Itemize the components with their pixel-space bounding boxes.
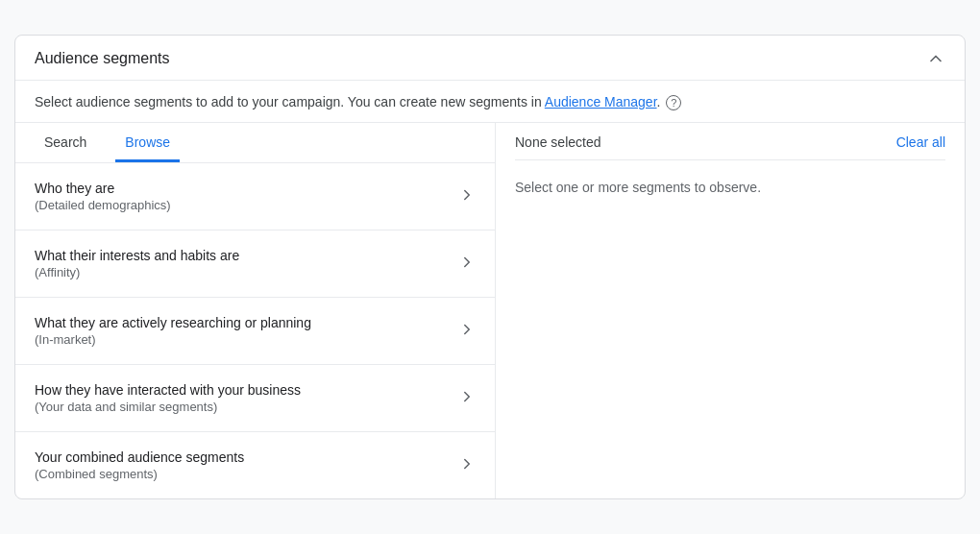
item-main-2: What they are actively researching or pl… [35, 315, 311, 330]
tabs-bar: Search Browse [15, 123, 495, 163]
item-main-3: How they have interacted with your busin… [35, 382, 301, 398]
right-panel: None selected Clear all Select one or mo… [496, 123, 965, 498]
item-sub-3: (Your data and similar segments) [35, 400, 301, 414]
tab-search[interactable]: Search [35, 123, 96, 162]
browse-item-demographics[interactable]: Who they are (Detailed demographics) [15, 163, 495, 231]
browse-item-inmarket[interactable]: What they are actively researching or pl… [15, 298, 495, 365]
none-selected-label: None selected [515, 134, 601, 150]
right-panel-header: None selected Clear all [515, 123, 945, 160]
item-sub-1: (Affinity) [35, 265, 239, 279]
browse-list: Who they are (Detailed demographics) Wha… [15, 163, 495, 498]
audience-segments-panel: Audience segments Select audience segmen… [14, 35, 966, 499]
left-panel: Search Browse Who they are (Detailed dem… [15, 123, 496, 498]
browse-item-business[interactable]: How they have interacted with your busin… [15, 365, 495, 432]
content-area: Search Browse Who they are (Detailed dem… [15, 123, 965, 498]
item-sub-0: (Detailed demographics) [35, 198, 171, 212]
panel-header: Audience segments [15, 36, 965, 81]
item-sub-4: (Combined segments) [35, 467, 244, 481]
help-icon[interactable]: ? [666, 95, 681, 110]
browse-item-affinity[interactable]: What their interests and habits are (Aff… [15, 231, 495, 298]
panel-title: Audience segments [35, 50, 170, 67]
audience-manager-link[interactable]: Audience Manager [545, 94, 657, 109]
collapse-icon[interactable] [926, 49, 945, 68]
clear-all-button[interactable]: Clear all [896, 134, 945, 150]
item-main-0: Who they are [35, 181, 171, 196]
chevron-right-icon-0 [458, 186, 476, 206]
tab-browse[interactable]: Browse [115, 123, 180, 162]
item-main-4: Your combined audience segments [35, 449, 244, 465]
item-sub-2: (In-market) [35, 332, 311, 347]
chevron-right-icon-1 [458, 254, 476, 274]
browse-item-combined[interactable]: Your combined audience segments (Combine… [15, 432, 495, 498]
chevron-right-icon-4 [458, 455, 476, 475]
description-text-after: . [657, 94, 661, 109]
description-bar: Select audience segments to add to your … [15, 81, 965, 123]
chevron-right-icon-2 [458, 321, 476, 341]
description-text-before: Select audience segments to add to your … [35, 94, 545, 109]
chevron-right-icon-3 [458, 388, 476, 408]
empty-state-message: Select one or more segments to observe. [515, 160, 945, 498]
item-main-1: What their interests and habits are [35, 248, 239, 263]
